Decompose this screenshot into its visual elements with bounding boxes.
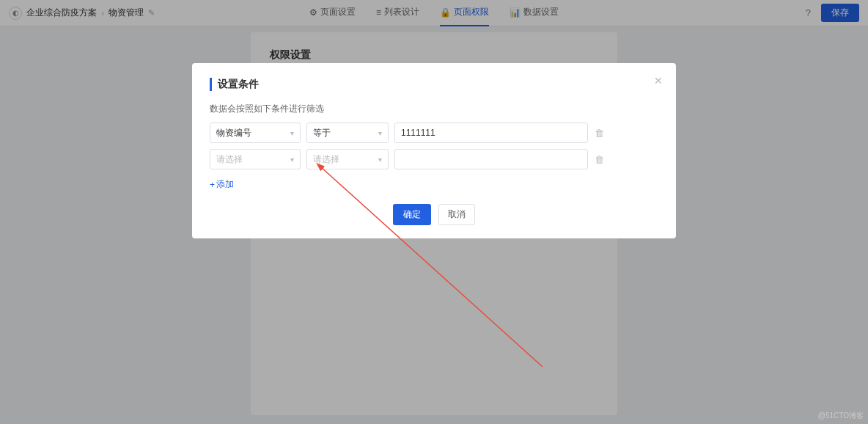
close-icon[interactable]: ✕	[654, 75, 663, 87]
condition-row: 物资编号 ▾ 等于 ▾ 🗑	[210, 123, 658, 143]
cancel-button[interactable]: 取消	[438, 204, 475, 225]
value-input[interactable]	[394, 149, 588, 169]
operator-select[interactable]: 请选择 ▾	[306, 149, 389, 169]
chevron-down-icon: ▾	[290, 129, 294, 137]
select-value: 等于	[313, 127, 331, 139]
add-label: 添加	[216, 178, 234, 191]
condition-modal: ✕ 设置条件 数据会按照如下条件进行筛选 物资编号 ▾ 等于 ▾ 🗑 请选择 ▾…	[192, 63, 676, 238]
modal-title: 设置条件	[210, 78, 658, 91]
trash-icon[interactable]: 🗑	[594, 128, 604, 139]
value-input[interactable]	[394, 123, 588, 143]
plus-icon: +	[210, 180, 215, 190]
watermark: @51CTO博客	[818, 411, 864, 421]
operator-select[interactable]: 等于 ▾	[306, 123, 389, 143]
field-select[interactable]: 请选择 ▾	[210, 149, 301, 169]
trash-icon[interactable]: 🗑	[594, 154, 604, 165]
select-placeholder: 请选择	[313, 153, 339, 166]
add-condition-link[interactable]: + 添加	[210, 178, 234, 191]
field-select[interactable]: 物资编号 ▾	[210, 123, 301, 143]
chevron-down-icon: ▾	[378, 129, 382, 137]
modal-actions: 确定 取消	[210, 204, 658, 225]
chevron-down-icon: ▾	[290, 156, 294, 164]
select-placeholder: 请选择	[216, 153, 243, 166]
select-value: 物资编号	[216, 127, 251, 139]
chevron-down-icon: ▾	[378, 156, 382, 164]
condition-row: 请选择 ▾ 请选择 ▾ 🗑	[210, 149, 658, 169]
ok-button[interactable]: 确定	[393, 204, 431, 225]
modal-overlay: ✕ 设置条件 数据会按照如下条件进行筛选 物资编号 ▾ 等于 ▾ 🗑 请选择 ▾…	[0, 0, 868, 424]
modal-desc: 数据会按照如下条件进行筛选	[210, 103, 658, 115]
